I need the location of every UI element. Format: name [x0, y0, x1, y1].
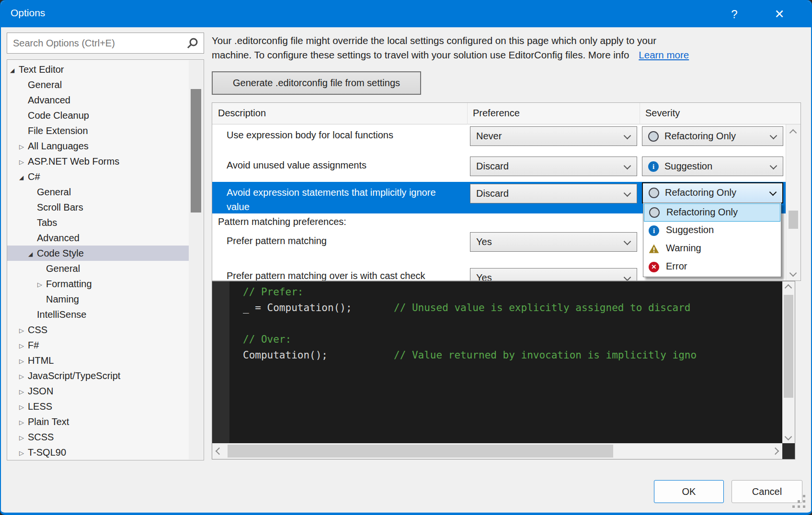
preference-dropdown-value: Yes [476, 236, 492, 247]
tree-collapsed-icon[interactable]: ▷ [19, 384, 28, 400]
tree-collapsed-icon[interactable]: ▷ [19, 139, 28, 155]
tree-item-file-extension[interactable]: File Extension [7, 123, 189, 138]
code-segment: // Value returned by invocation is impli… [394, 349, 697, 361]
preference-dropdown[interactable]: Discard [470, 184, 637, 203]
row-description: Avoid expression statements that implici… [227, 185, 452, 213]
tree-item-all-languages[interactable]: ▷All Languages [7, 138, 189, 154]
tree-collapsed-icon[interactable]: ▷ [19, 338, 28, 354]
tree-item-label: JSON [28, 386, 53, 396]
close-button[interactable]: ✕ [766, 1, 793, 27]
table-row-avoid-unused-value-assignments[interactable]: Avoid unused value assignmentsDiscardiSu… [212, 155, 801, 182]
tree-scrollbar[interactable] [189, 60, 203, 459]
tree-item-scroll-bars[interactable]: Scroll Bars [7, 200, 189, 215]
code-vscroll-thumb[interactable] [784, 295, 793, 398]
severity-dropdown[interactable]: Refactoring Only [642, 126, 783, 146]
scroll-down-icon[interactable] [789, 269, 797, 277]
tree-collapsed-icon[interactable]: ▷ [19, 323, 28, 338]
tree-collapsed-icon[interactable]: ▷ [19, 430, 28, 446]
scroll-right-icon[interactable] [772, 448, 779, 455]
tree-item-code-cleanup[interactable]: Code Cleanup [7, 108, 189, 123]
preference-dropdown[interactable]: Yes [470, 268, 637, 281]
tree-item-advanced[interactable]: Advanced [7, 230, 189, 246]
tree-scrollbar-thumb[interactable] [191, 89, 201, 213]
tree-item-general[interactable]: General [7, 77, 189, 92]
code-line: _ = Computation();// Unused value is exp… [243, 300, 780, 316]
preference-dropdown[interactable]: Discard [470, 157, 637, 176]
dropdown-option-suggestion[interactable]: iSuggestion [644, 222, 780, 240]
tree-item-advanced[interactable]: Advanced [7, 92, 189, 108]
tree-expanded-icon[interactable]: ◢ [28, 246, 37, 262]
tree-item-general[interactable]: General [7, 261, 189, 276]
tree-item-scss[interactable]: ▷SCSS [7, 429, 189, 445]
tree-item-text-editor[interactable]: ◢Text Editor [7, 62, 189, 77]
row-description: Use expression body for local functions [227, 130, 393, 141]
code-vertical-scrollbar[interactable] [782, 281, 795, 443]
tree-item-naming[interactable]: Naming [7, 291, 189, 307]
tree-item-html[interactable]: ▷HTML [7, 353, 189, 368]
tree-item-tabs[interactable]: Tabs [7, 215, 189, 230]
dropdown-option-error[interactable]: ✕Error [644, 258, 780, 276]
ok-button[interactable]: OK [654, 480, 724, 503]
tree-item-formatting[interactable]: ▷Formatting [7, 276, 189, 291]
chevron-down-icon [624, 238, 631, 246]
tree-item-css[interactable]: ▷CSS [7, 322, 189, 337]
tree-item-plain-text[interactable]: ▷Plain Text [7, 414, 189, 429]
help-button[interactable]: ? [721, 1, 748, 27]
tree-item-general[interactable]: General [7, 184, 189, 200]
severity-dropdown[interactable]: Refactoring Only [642, 182, 783, 203]
severity-dropdown[interactable]: iSuggestion [642, 157, 783, 176]
cancel-button[interactable]: Cancel [732, 480, 802, 503]
tree-collapsed-icon[interactable]: ▷ [19, 369, 28, 384]
scroll-up-icon[interactable] [785, 284, 792, 292]
tree-item-less[interactable]: ▷LESS [7, 399, 189, 414]
tree-item-intellisense[interactable]: IntelliSense [7, 307, 189, 322]
tree-item-c[interactable]: ◢C# [7, 169, 189, 184]
learn-more-link[interactable]: Learn more [639, 49, 689, 60]
table-scrollbar[interactable] [786, 124, 801, 280]
tree-collapsed-icon[interactable]: ▷ [37, 277, 46, 292]
code-preview: // Prefer:_ = Computation();// Unused va… [212, 281, 795, 459]
tree-item-label: ASP.NET Web Forms [28, 156, 119, 167]
dropdown-option-refactoring-only[interactable]: Refactoring Only [644, 203, 780, 222]
tree-item-json[interactable]: ▷JSON [7, 383, 189, 399]
scroll-left-icon[interactable] [216, 448, 223, 455]
severity-warning-triangle-icon [649, 244, 659, 254]
tree-expanded-icon[interactable]: ◢ [19, 170, 28, 185]
tree-collapsed-icon[interactable]: ▷ [19, 354, 28, 369]
tree-item-label: Code Style [37, 248, 84, 258]
tree-item-f[interactable]: ▷F# [7, 337, 189, 353]
tree-collapsed-icon[interactable]: ▷ [19, 415, 28, 430]
chevron-down-icon [770, 132, 778, 140]
resize-grip[interactable] [792, 495, 807, 509]
scroll-up-icon[interactable] [789, 129, 797, 137]
severity-dropdown-value: Refactoring Only [665, 187, 736, 198]
table-row-use-expression-body-for-local-functions[interactable]: Use expression body for local functionsN… [212, 124, 801, 155]
tree-collapsed-icon[interactable]: ▷ [19, 400, 28, 415]
table-scrollbar-thumb[interactable] [789, 211, 798, 229]
search-input[interactable] [7, 33, 204, 53]
chevron-down-icon [624, 132, 631, 140]
preference-dropdown[interactable]: Yes [470, 232, 637, 252]
generate-editorconfig-button[interactable]: Generate .editorconfig file from setting… [212, 71, 421, 95]
column-header-preference: Preference [473, 108, 520, 119]
tree-item-t-sql90[interactable]: ▷T-SQL90 [7, 445, 189, 460]
tree-item-label: Plain Text [28, 416, 69, 427]
code-hscroll-thumb[interactable] [228, 445, 613, 458]
dropdown-option-warning[interactable]: Warning [644, 240, 780, 258]
preference-dropdown[interactable]: Never [470, 126, 637, 146]
row-description: Prefer pattern matching [227, 235, 327, 246]
tree-item-asp-net-web-forms[interactable]: ▷ASP.NET Web Forms [7, 154, 189, 169]
tree-collapsed-icon[interactable]: ▷ [19, 446, 28, 460]
tree-item-label: Tabs [37, 217, 57, 228]
scroll-down-icon[interactable] [785, 433, 792, 441]
tree-item-javascript-typescript[interactable]: ▷JavaScript/TypeScript [7, 368, 189, 383]
tree-item-label: Code Cleanup [28, 110, 89, 121]
code-horizontal-scrollbar[interactable] [212, 443, 782, 459]
tree-item-code-style[interactable]: ◢Code Style [7, 246, 189, 261]
severity-dropdown-list: Refactoring OnlyiSuggestionWarning✕Error [643, 202, 781, 277]
tree-collapsed-icon[interactable]: ▷ [19, 155, 28, 170]
chevron-down-icon [624, 190, 631, 197]
severity-refactoring-circle-icon [649, 188, 659, 198]
tree-item-label: F# [28, 340, 39, 350]
tree-expanded-icon[interactable]: ◢ [10, 63, 19, 78]
